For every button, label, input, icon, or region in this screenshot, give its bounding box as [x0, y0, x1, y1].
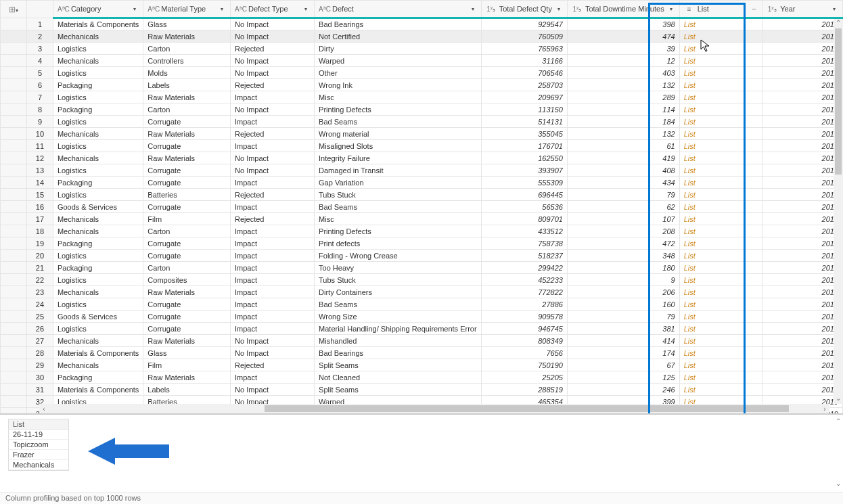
- cell-total_qty[interactable]: 758738: [481, 237, 567, 250]
- v-scroll-track[interactable]: [834, 28, 843, 394]
- cell-total_qty[interactable]: 433512: [481, 225, 567, 237]
- column-header-material[interactable]: AᴮCMaterial Type▾: [143, 1, 231, 18]
- cell-category[interactable]: Packaging: [53, 104, 143, 116]
- cell-material[interactable]: Carton: [143, 104, 231, 116]
- cell-total_qty[interactable]: 518237: [481, 250, 567, 262]
- table-row[interactable]: 12MechanicalsRaw MaterialsNo ImpactInteg…: [1, 152, 843, 164]
- cell-year[interactable]: 2019: [762, 311, 843, 323]
- cell-defect[interactable]: Split Seams: [315, 359, 482, 371]
- cell-list[interactable]: List: [679, 79, 762, 91]
- cell-year[interactable]: 2018: [762, 67, 843, 79]
- cell-category[interactable]: Mechanicals: [53, 30, 143, 43]
- cell-defect_type[interactable]: No Impact: [231, 30, 315, 43]
- cell-defect_type[interactable]: Impact: [231, 140, 315, 152]
- cell-downtime[interactable]: 39: [567, 43, 679, 55]
- cell-downtime[interactable]: 67: [567, 359, 679, 371]
- cell-total_qty[interactable]: 209697: [481, 91, 567, 104]
- cell-material[interactable]: Labels: [143, 384, 231, 396]
- cell-year[interactable]: 2019: [762, 91, 843, 104]
- table-row[interactable]: 29MechanicalsFilmRejectedSplit Seams7501…: [1, 359, 843, 371]
- cell-list[interactable]: List: [679, 311, 762, 323]
- cell-total_qty[interactable]: 393907: [481, 164, 567, 177]
- cell-year[interactable]: 2018: [762, 189, 843, 201]
- cell-list[interactable]: List: [679, 201, 762, 213]
- cell-total_qty[interactable]: 946745: [481, 323, 567, 335]
- cell-defect[interactable]: Dirty Containers: [315, 286, 482, 298]
- table-row[interactable]: 17MechanicalsFilmRejectedMisc809701107Li…: [1, 213, 843, 225]
- table-row[interactable]: 7LogisticsRaw MaterialsImpactMisc2096972…: [1, 91, 843, 104]
- cell-defect[interactable]: Misc: [315, 213, 482, 225]
- list-item[interactable]: 26-11-19: [9, 430, 68, 440]
- cell-downtime[interactable]: 62: [567, 201, 679, 213]
- table-row[interactable]: 13LogisticsCorrugateNo ImpactDamaged in …: [1, 164, 843, 177]
- cell-list[interactable]: List: [679, 371, 762, 384]
- cell-list[interactable]: List: [679, 213, 762, 225]
- table-row[interactable]: 2MechanicalsRaw MaterialsNo ImpactNot Ce…: [1, 30, 843, 43]
- cell-category[interactable]: Mechanicals: [53, 128, 143, 140]
- cell-defect_type[interactable]: Impact: [231, 298, 315, 311]
- cell-category[interactable]: Packaging: [53, 177, 143, 189]
- cell-year[interactable]: 2019: [762, 335, 843, 347]
- cell-downtime[interactable]: 403: [567, 67, 679, 79]
- chevron-down-icon[interactable]: ▾: [131, 6, 139, 12]
- cell-list[interactable]: List: [679, 43, 762, 55]
- cell-list[interactable]: List: [679, 298, 762, 311]
- cell-material[interactable]: Corrugate: [143, 164, 231, 177]
- cell-total_qty[interactable]: 162550: [481, 152, 567, 164]
- table-row[interactable]: 18MechanicalsCartonImpactPrinting Defect…: [1, 225, 843, 237]
- cell-year[interactable]: 2019: [762, 201, 843, 213]
- cell-defect_type[interactable]: No Impact: [231, 384, 315, 396]
- cell-list[interactable]: List: [679, 225, 762, 237]
- cell-material[interactable]: Carton: [143, 43, 231, 55]
- cell-downtime[interactable]: 132: [567, 79, 679, 91]
- cell-year[interactable]: 2018: [762, 164, 843, 177]
- cell-downtime[interactable]: 246: [567, 384, 679, 396]
- cell-downtime[interactable]: 208: [567, 225, 679, 237]
- cell-defect_type[interactable]: No Impact: [231, 104, 315, 116]
- scroll-right-icon[interactable]: ›: [820, 405, 829, 413]
- cell-list[interactable]: List: [679, 164, 762, 177]
- cell-defect_type[interactable]: Impact: [231, 116, 315, 128]
- cell-material[interactable]: Carton: [143, 225, 231, 237]
- table-row[interactable]: 28Materials & ComponentsGlassNo ImpactBa…: [1, 347, 843, 359]
- cell-material[interactable]: Corrugate: [143, 177, 231, 189]
- cell-year[interactable]: 2018: [762, 18, 843, 30]
- cell-defect[interactable]: Folding - Wrong Crease: [315, 250, 482, 262]
- h-scroll-track[interactable]: [49, 405, 820, 412]
- cell-defect[interactable]: Bad Seams: [315, 116, 482, 128]
- cell-category[interactable]: Mechanicals: [53, 213, 143, 225]
- table-row[interactable]: 1Materials & ComponentsGlassNo ImpactBad…: [1, 18, 843, 30]
- cell-material[interactable]: Batteries: [143, 189, 231, 201]
- cell-category[interactable]: Logistics: [53, 91, 143, 104]
- cell-downtime[interactable]: 408: [567, 164, 679, 177]
- cell-defect_type[interactable]: Rejected: [231, 128, 315, 140]
- cell-defect_type[interactable]: Impact: [231, 323, 315, 335]
- expand-icon[interactable]: ↔: [750, 6, 758, 12]
- table-row[interactable]: 19PackagingCorrugateImpactPrint defects7…: [1, 237, 843, 250]
- cell-year[interactable]: 2018: [762, 116, 843, 128]
- cell-defect[interactable]: Bad Bearings: [315, 347, 482, 359]
- cell-total_qty[interactable]: 929547: [481, 18, 567, 30]
- cell-total_qty[interactable]: 765963: [481, 43, 567, 55]
- cell-defect[interactable]: Gap Variation: [315, 177, 482, 189]
- cell-downtime[interactable]: 107: [567, 213, 679, 225]
- cell-material[interactable]: Corrugate: [143, 323, 231, 335]
- cell-category[interactable]: Mechanicals: [53, 335, 143, 347]
- cell-list[interactable]: List: [679, 177, 762, 189]
- cell-list[interactable]: List: [679, 91, 762, 104]
- cell-total_qty[interactable]: 299422: [481, 262, 567, 274]
- cell-defect_type[interactable]: Impact: [231, 237, 315, 250]
- cell-material[interactable]: Corrugate: [143, 298, 231, 311]
- horizontal-scrollbar[interactable]: ‹ ›: [39, 404, 829, 413]
- cell-year[interactable]: 2018: [762, 237, 843, 250]
- scroll-up-icon[interactable]: ⌃: [834, 19, 843, 28]
- cell-list[interactable]: List: [679, 104, 762, 116]
- cell-material[interactable]: Raw Materials: [143, 128, 231, 140]
- scroll-left-icon[interactable]: ‹: [39, 405, 49, 413]
- cell-category[interactable]: Logistics: [53, 323, 143, 335]
- cell-material[interactable]: Corrugate: [143, 140, 231, 152]
- cell-total_qty[interactable]: 355045: [481, 128, 567, 140]
- column-header-defect_type[interactable]: AᴮCDefect Type▾: [231, 1, 315, 18]
- cell-list[interactable]: List: [679, 189, 762, 201]
- table-row[interactable]: 4MechanicalsControllersNo ImpactWarped31…: [1, 55, 843, 67]
